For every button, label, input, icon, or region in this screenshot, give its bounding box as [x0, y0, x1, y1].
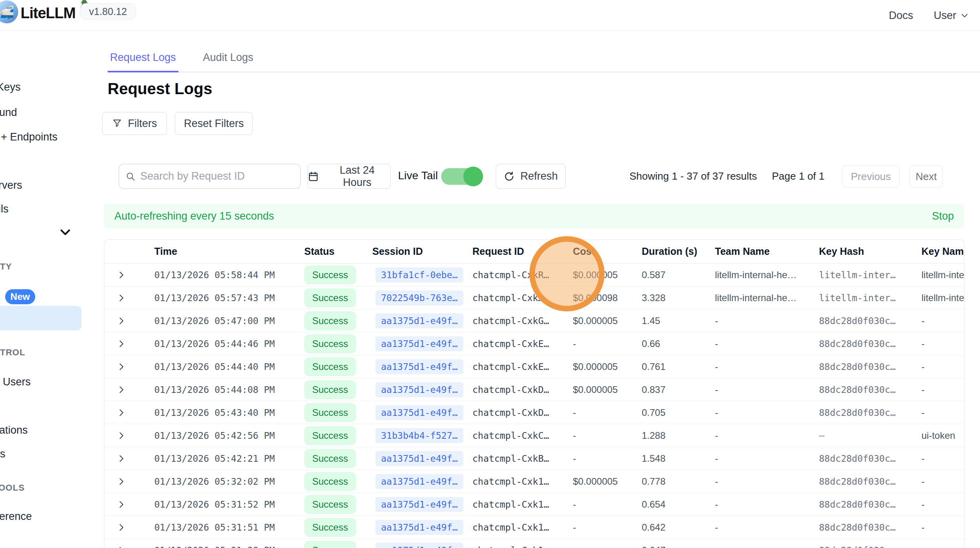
live-tail-toggle[interactable]	[441, 168, 481, 185]
user-menu-label[interactable]: User	[934, 9, 956, 22]
session-id-link[interactable]: aa1375d1-e49f…	[375, 451, 463, 466]
cell-session-id: aa1375d1-e49f…	[372, 336, 472, 351]
row-expand-chevron-icon[interactable]	[104, 500, 154, 509]
calendar-icon	[308, 171, 319, 182]
search-request-id-input[interactable]	[140, 170, 294, 182]
cell-key-name: litellm-inter…	[921, 269, 964, 281]
table-row[interactable]: 01/13/2026 05:57:43 PM Success 7022549b-…	[104, 286, 964, 309]
row-expand-chevron-icon[interactable]	[104, 431, 154, 440]
cell-duration: 3.328	[642, 292, 715, 303]
session-id-link[interactable]: aa1375d1-e49f…	[375, 543, 463, 548]
docs-link[interactable]: Docs	[889, 9, 913, 22]
cell-cost: $0.000005	[573, 384, 642, 395]
table-row[interactable]: 01/13/2026 05:58:44 PM Success 31bfa1cf-…	[104, 264, 964, 286]
table-row[interactable]: 01/13/2026 05:43:40 PM Success aa1375d1-…	[104, 401, 964, 424]
table-row[interactable]: 01/13/2026 05:31:38 PM Success aa1375d1-…	[104, 539, 964, 548]
cell-key-hash: 88dc28d0f030c…	[819, 408, 921, 418]
cell-request-id: chatcmpl-CxkB…	[472, 453, 573, 464]
sidebar-item-selected[interactable]	[0, 306, 82, 330]
table-row[interactable]: 01/13/2026 05:42:56 PM Success 31b3b4b4-…	[104, 424, 964, 447]
row-expand-chevron-icon[interactable]	[104, 317, 154, 325]
cell-status: Success	[304, 449, 372, 468]
status-badge: Success	[304, 403, 356, 422]
cell-key-name: -	[921, 407, 964, 418]
refresh-button-label: Refresh	[520, 170, 558, 182]
cell-request-id: chatcmpl-CxkE…	[472, 339, 573, 349]
previous-page-button[interactable]: Previous	[842, 165, 900, 188]
cell-team-name: litellm-internal-he…	[715, 292, 819, 303]
cell-duration: 1.45	[642, 315, 715, 326]
user-menu[interactable]: User	[934, 9, 969, 22]
session-id-link[interactable]: aa1375d1-e49f…	[375, 474, 463, 489]
cell-session-id: aa1375d1-e49f…	[372, 520, 472, 535]
row-expand-chevron-icon[interactable]	[104, 271, 154, 279]
table-row[interactable]: 01/13/2026 05:31:52 PM Success aa1375d1-…	[104, 493, 964, 516]
row-expand-chevron-icon[interactable]	[104, 546, 154, 548]
cell-team-name: -	[715, 315, 819, 326]
sidebar-item-teams[interactable]: s	[0, 448, 6, 460]
row-expand-chevron-icon[interactable]	[104, 477, 154, 486]
table-row[interactable]: 01/13/2026 05:47:00 PM Success aa1375d1-…	[104, 309, 964, 332]
sidebar-item-playground[interactable]: und	[0, 106, 17, 119]
row-expand-chevron-icon[interactable]	[104, 408, 154, 417]
search-icon	[125, 171, 136, 182]
request-logs-page: 🚅 LiteLLM v1.80.12 Docs User Keys und + …	[0, 0, 980, 548]
cell-duration: 1.288	[642, 430, 715, 441]
session-id-link[interactable]: aa1375d1-e49f…	[375, 336, 463, 351]
cell-status: Success	[304, 334, 372, 353]
table-row[interactable]: 01/13/2026 05:44:40 PM Success aa1375d1-…	[104, 355, 964, 378]
session-id-link[interactable]: aa1375d1-e49f…	[375, 313, 463, 328]
session-id-link[interactable]: aa1375d1-e49f…	[375, 382, 463, 397]
row-expand-chevron-icon[interactable]	[104, 294, 154, 302]
cell-session-id: aa1375d1-e49f…	[372, 497, 472, 512]
cell-team-name: -	[715, 361, 819, 372]
tab-audit-logs[interactable]: Audit Logs	[201, 51, 256, 72]
sidebar-expand-chevron-icon[interactable]	[59, 228, 71, 237]
cell-request-id: chatcmpl-CxkG…	[472, 316, 573, 326]
table-row[interactable]: 01/13/2026 05:42:21 PM Success aa1375d1-…	[104, 447, 964, 470]
session-id-link[interactable]: aa1375d1-e49f…	[375, 520, 463, 535]
row-expand-chevron-icon[interactable]	[104, 339, 154, 348]
session-id-link[interactable]: aa1375d1-e49f…	[375, 405, 463, 420]
time-range-button[interactable]: Last 24 Hours	[307, 164, 390, 189]
row-expand-chevron-icon[interactable]	[104, 523, 154, 532]
sidebar-item-users[interactable]: Users	[3, 376, 31, 388]
cell-request-id: chatcmpl-CxkD…	[472, 408, 573, 418]
cell-session-id: 31bfa1cf-0ebe…	[372, 267, 472, 283]
sidebar-item-servers[interactable]: rvers	[0, 179, 22, 192]
stop-auto-refresh-link[interactable]: Stop	[932, 210, 954, 222]
next-page-button[interactable]: Next	[910, 165, 943, 188]
session-id-link[interactable]: 7022549b-763e…	[375, 290, 463, 305]
sidebar-section-tools: OOLS	[0, 483, 25, 493]
cell-key-hash: 88dc28d0f030c…	[819, 362, 921, 372]
refresh-button[interactable]: Refresh	[496, 164, 566, 189]
results-count-text: Showing 1 - 37 of 37 results	[629, 170, 757, 182]
table-row[interactable]: 01/13/2026 05:44:46 PM Success aa1375d1-…	[104, 332, 964, 355]
table-row[interactable]: 01/13/2026 05:32:02 PM Success aa1375d1-…	[104, 470, 964, 493]
litellm-logo-icon: 🚅	[0, 0, 18, 23]
table-header-row: Time Status Session ID Request ID Cost D…	[104, 240, 964, 264]
row-expand-chevron-icon[interactable]	[104, 362, 154, 371]
session-id-link[interactable]: aa1375d1-e49f…	[375, 497, 463, 512]
filters-button[interactable]: Filters	[102, 112, 167, 135]
table-row[interactable]: 01/13/2026 05:44:08 PM Success aa1375d1-…	[104, 378, 964, 401]
sidebar-item-keys[interactable]: Keys	[0, 81, 21, 93]
session-id-link[interactable]: 31b3b4b4-f527…	[375, 428, 463, 443]
session-id-link[interactable]: aa1375d1-e49f…	[375, 359, 463, 374]
cell-session-id: aa1375d1-e49f…	[372, 382, 472, 397]
row-expand-chevron-icon[interactable]	[104, 385, 154, 394]
cell-cost: $0.000098	[573, 292, 642, 303]
reset-filters-button[interactable]: Reset Filters	[175, 112, 253, 135]
tab-request-logs[interactable]: Request Logs	[108, 51, 178, 72]
cell-key-name: -	[921, 522, 964, 533]
cell-time: 01/13/2026 05:44:40 PM	[154, 362, 304, 372]
sidebar-item-guardrails[interactable]: ils	[0, 203, 9, 215]
filters-button-label: Filters	[128, 118, 157, 130]
sidebar-item-reference[interactable]: erence	[0, 510, 32, 523]
session-id-link[interactable]: 31bfa1cf-0ebe…	[375, 267, 463, 283]
sidebar-item-organizations[interactable]: ations	[0, 424, 28, 436]
row-expand-chevron-icon[interactable]	[104, 454, 154, 463]
sidebar-item-endpoints[interactable]: + Endpoints	[1, 131, 57, 143]
cell-cost: -	[573, 407, 642, 418]
table-row[interactable]: 01/13/2026 05:31:51 PM Success aa1375d1-…	[104, 516, 964, 539]
